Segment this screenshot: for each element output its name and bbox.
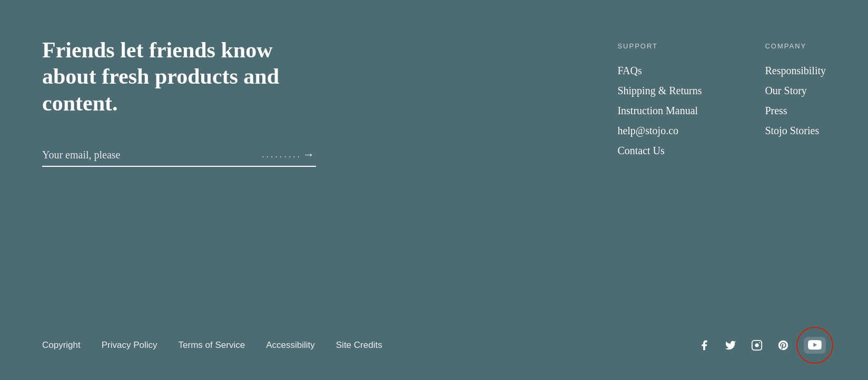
youtube-icon[interactable] [804,337,826,354]
legal-link-terms-of-service[interactable]: Terms of Service [179,340,245,351]
social-icons [698,337,826,354]
email-form: ......... → [42,148,316,167]
support-column-title: SUPPORT [617,42,702,50]
arrow-symbol: → [303,148,316,162]
nav-link-shipping-returns[interactable]: Shipping & Returns [617,82,702,99]
instagram-icon[interactable] [751,339,763,351]
arrow-dots: ......... [262,150,302,159]
email-input[interactable] [42,149,257,161]
footer-left: Friends let friends know about fresh pro… [42,37,332,295]
nav-link-help-email[interactable]: help@stojo.co [617,122,702,139]
footer-legal: Copyright Privacy Policy Terms of Servic… [42,340,382,351]
submit-button[interactable]: ......... → [257,148,316,162]
nav-link-press[interactable]: Press [765,102,826,119]
nav-link-our-story[interactable]: Our Story [765,82,826,99]
legal-link-privacy-policy[interactable]: Privacy Policy [102,340,157,351]
pinterest-icon[interactable] [777,339,789,351]
nav-link-responsibility[interactable]: Responsibility [765,62,826,79]
support-column: SUPPORT FAQs Shipping & Returns Instruct… [617,42,702,295]
nav-link-faqs[interactable]: FAQs [617,62,702,79]
footer: Friends let friends know about fresh pro… [0,0,868,380]
facebook-icon[interactable] [698,339,710,351]
legal-link-accessibility[interactable]: Accessibility [266,340,315,351]
company-column-title: COMPANY [765,42,826,50]
email-input-wrapper: ......... → [42,148,316,167]
nav-link-contact-us[interactable]: Contact Us [617,142,702,159]
nav-link-instruction-manual[interactable]: Instruction Manual [617,102,702,119]
legal-link-site-credits[interactable]: Site Credits [336,340,382,351]
footer-headline: Friends let friends know about fresh pro… [42,37,332,116]
company-column: COMPANY Responsibility Our Story Press S… [765,42,826,295]
footer-nav: SUPPORT FAQs Shipping & Returns Instruct… [617,37,826,295]
legal-link-copyright[interactable]: Copyright [42,340,81,351]
twitter-icon[interactable] [725,339,736,351]
footer-main: Friends let friends know about fresh pro… [42,37,826,295]
footer-bottom: Copyright Privacy Policy Terms of Servic… [42,326,826,354]
youtube-wrapper [804,337,826,354]
youtube-button-bg [804,337,826,354]
nav-link-stojo-stories[interactable]: Stojo Stories [765,122,826,139]
